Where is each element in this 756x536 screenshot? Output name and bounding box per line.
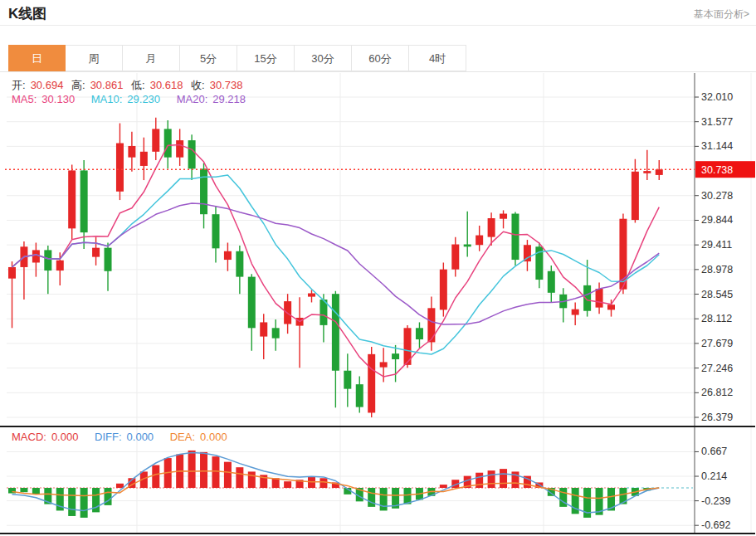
tab-interval-7[interactable]: 4时 [409,45,466,71]
tab-interval-2[interactable]: 月 [123,45,180,71]
macd-legend: MACD:0.000 DIFF:0.000 DEA:0.000 [12,431,232,443]
low-label: 低: [131,79,145,91]
interval-tab-bar: 日周月5分15分30分60分4时 [8,45,466,71]
high-label: 高: [71,79,85,91]
svg-text:27.246: 27.246 [701,363,733,374]
svg-text:28.545: 28.545 [701,289,733,300]
header-divider [0,25,756,26]
kline-chart[interactable] [0,73,695,534]
svg-text:32.010: 32.010 [701,91,733,103]
svg-text:30.278: 30.278 [701,190,733,202]
svg-text:31.144: 31.144 [701,140,733,152]
ma5-label: MA5: [12,93,37,105]
svg-text:30.738: 30.738 [701,164,733,176]
ma10-label: MA10: [91,93,123,105]
svg-text:0.214: 0.214 [701,470,727,482]
svg-text:26.812: 26.812 [701,387,733,398]
open-value: 30.694 [31,79,64,91]
diff-label: DIFF: [95,431,122,443]
tab-interval-3[interactable]: 5分 [180,45,237,71]
close-label: 收: [191,79,205,91]
diff-value: 0.000 [127,431,154,443]
page-title: K线图 [8,4,46,23]
tab-interval-6[interactable]: 60分 [352,45,409,71]
svg-text:28.978: 28.978 [701,264,733,275]
svg-text:-0.239: -0.239 [701,495,730,507]
open-label: 开: [12,79,26,91]
dea-label: DEA: [170,431,195,443]
ma-legend: MA5:30.130 MA10:29.230 MA20:29.218 [12,93,251,105]
svg-text:-0.692: -0.692 [701,519,730,531]
svg-text:26.379: 26.379 [701,412,733,423]
ma5-value: 30.130 [41,93,75,105]
svg-text:0.667: 0.667 [701,446,727,457]
svg-text:31.577: 31.577 [701,116,733,128]
svg-text:29.844: 29.844 [701,214,733,226]
low-value: 30.618 [150,79,183,91]
tab-interval-1[interactable]: 周 [66,45,123,71]
svg-text:27.679: 27.679 [701,338,733,349]
ma20-label: MA20: [177,93,208,105]
ma20-value: 29.218 [212,93,246,105]
macd-value: 0.000 [51,431,79,443]
tab-interval-0[interactable]: 日 [8,45,66,71]
ma10-value: 29.230 [127,93,160,105]
ohlc-legend: 开:30.694 高:30.861 低:30.618 收:30.738 [12,78,247,93]
high-value: 30.861 [90,79,124,91]
svg-text:29.411: 29.411 [701,239,732,251]
dea-value: 0.000 [200,431,227,443]
tab-interval-4[interactable]: 15分 [237,45,295,71]
macd-label: MACD: [12,431,46,443]
close-value: 30.738 [210,79,243,91]
fundamental-analysis-link[interactable]: 基本面分析> [694,7,749,22]
tab-interval-5[interactable]: 30分 [295,45,352,71]
svg-text:28.112: 28.112 [701,313,732,324]
